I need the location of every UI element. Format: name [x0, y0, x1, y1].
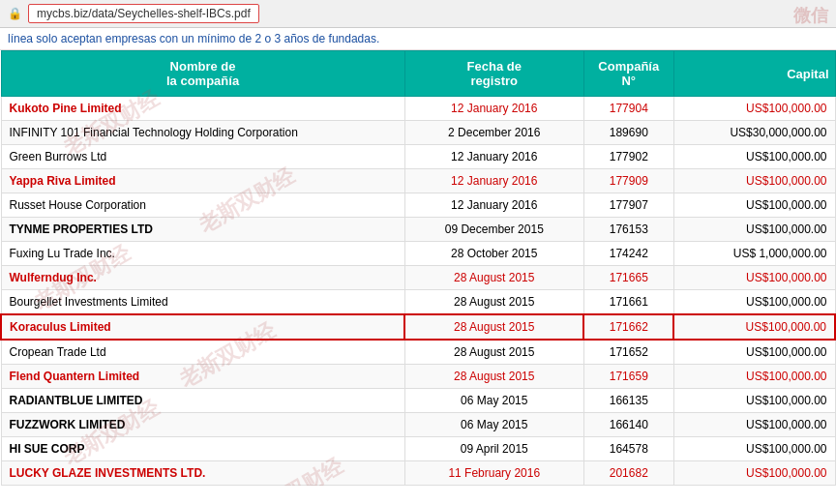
cell-capital: US$100,000.00 — [673, 365, 835, 389]
cell-capital: US$100,000.00 — [673, 266, 835, 290]
table-row: Bourgellet Investments Limited28 August … — [1, 290, 835, 315]
table-row: Koraculus Limited28 August 2015171662US$… — [1, 314, 835, 340]
header-compania: CompañíaN° — [583, 51, 673, 97]
cell-company-name: Wulferndug Inc. — [1, 266, 404, 290]
table-row: RADIANTBLUE LIMITED06 May 2015166135US$1… — [1, 389, 835, 413]
table-row: Green Burrows Ltd12 January 2016177902US… — [1, 145, 835, 169]
cell-capital: US$100,000.00 — [673, 413, 835, 437]
table-row: Yappa Riva Limited12 January 2016177909U… — [1, 169, 835, 193]
cell-fecha: 28 August 2015 — [404, 340, 583, 365]
cell-company-name: Fuxing Lu Trade Inc. — [1, 242, 404, 266]
cell-company-name: Cropean Trade Ltd — [1, 340, 404, 365]
table-row: Russet House Corporation12 January 20161… — [1, 193, 835, 218]
cell-fecha: 2 December 2016 — [404, 121, 583, 145]
header-fecha: Fecha deregistro — [404, 51, 583, 97]
url-bar: mycbs.biz/data/Seychelles-shelf-IBCs.pdf — [28, 4, 259, 23]
cell-compania-num: 166140 — [583, 413, 673, 437]
cell-fecha: 12 January 2016 — [404, 169, 583, 193]
cell-compania-num: 171665 — [583, 266, 673, 290]
cell-fecha: 06 May 2015 — [404, 389, 583, 413]
cell-capital: US$100,000.00 — [673, 290, 835, 315]
cell-capital: US$100,000.00 — [673, 340, 835, 365]
cell-capital: US$100,000.00 — [673, 145, 835, 169]
cell-capital: US$30,000,000.00 — [673, 121, 835, 145]
cell-capital: US$ 1,000,000.00 — [673, 242, 835, 266]
top-bar: 🔒 mycbs.biz/data/Seychelles-shelf-IBCs.p… — [0, 0, 836, 28]
cell-company-name: Koraculus Limited — [1, 314, 404, 340]
main-table-container: 老斯双财经 老斯双财经 老斯双财经 老斯双财经 老斯双财经 老斯双财经 Nomb… — [0, 50, 836, 486]
cell-company-name: Flend Quantern Limited — [1, 365, 404, 389]
cell-company-name: Green Burrows Ltd — [1, 145, 404, 169]
cell-fecha: 28 August 2015 — [404, 266, 583, 290]
header-name: Nombre dela compañía — [1, 51, 404, 97]
cell-company-name: HI SUE CORP — [1, 437, 404, 461]
cell-compania-num: 176153 — [583, 218, 673, 242]
cell-compania-num: 201682 — [583, 461, 673, 486]
cell-fecha: 28 August 2015 — [404, 314, 583, 340]
cell-capital: US$100,000.00 — [673, 193, 835, 218]
notice-bar: línea solo aceptan empresas con un mínim… — [0, 28, 836, 50]
companies-table: Nombre dela compañía Fecha deregistro Co… — [0, 50, 836, 486]
cell-capital: US$100,000.00 — [673, 389, 835, 413]
cell-company-name: FUZZWORK LIMITED — [1, 413, 404, 437]
table-header-row: Nombre dela compañía Fecha deregistro Co… — [1, 51, 835, 97]
cell-compania-num: 171659 — [583, 365, 673, 389]
cell-capital: US$100,000.00 — [673, 314, 835, 340]
cell-fecha: 09 December 2015 — [404, 218, 583, 242]
cell-company-name: RADIANTBLUE LIMITED — [1, 389, 404, 413]
table-row: FUZZWORK LIMITED06 May 2015166140US$100,… — [1, 413, 835, 437]
cell-compania-num: 174242 — [583, 242, 673, 266]
table-row: Fuxing Lu Trade Inc.28 October 201517424… — [1, 242, 835, 266]
cell-fecha: 28 August 2015 — [404, 365, 583, 389]
table-row: Flend Quantern Limited28 August 20151716… — [1, 365, 835, 389]
cell-fecha: 28 August 2015 — [404, 290, 583, 315]
cell-fecha: 12 January 2016 — [404, 145, 583, 169]
cell-compania-num: 164578 — [583, 437, 673, 461]
cell-company-name: TYNME PROPERTIES LTD — [1, 218, 404, 242]
table-row: HI SUE CORP09 April 2015164578US$100,000… — [1, 437, 835, 461]
cell-fecha: 09 April 2015 — [404, 437, 583, 461]
cell-compania-num: 171661 — [583, 290, 673, 315]
cell-capital: US$100,000.00 — [673, 218, 835, 242]
cell-fecha: 06 May 2015 — [404, 413, 583, 437]
table-row: Wulferndug Inc.28 August 2015171665US$10… — [1, 266, 835, 290]
cell-capital: US$100,000.00 — [673, 97, 835, 121]
cell-capital: US$100,000.00 — [673, 437, 835, 461]
header-capital: Capital — [673, 51, 835, 97]
cell-fecha: 28 October 2015 — [404, 242, 583, 266]
cell-capital: US$100,000.00 — [673, 169, 835, 193]
cell-compania-num: 177909 — [583, 169, 673, 193]
cell-company-name: Russet House Corporation — [1, 193, 404, 218]
cell-compania-num: 171662 — [583, 314, 673, 340]
table-row: INFINITY 101 Financial Technology Holdin… — [1, 121, 835, 145]
cell-company-name: LUCKY GLAZE INVESTMENTS LTD. — [1, 461, 404, 486]
cell-fecha: 12 January 2016 — [404, 97, 583, 121]
cell-company-name: Bourgellet Investments Limited — [1, 290, 404, 315]
table-row: LUCKY GLAZE INVESTMENTS LTD.11 February … — [1, 461, 835, 486]
cell-company-name: Yappa Riva Limited — [1, 169, 404, 193]
cell-fecha: 12 January 2016 — [404, 193, 583, 218]
table-row: TYNME PROPERTIES LTD09 December 20151761… — [1, 218, 835, 242]
cell-compania-num: 189690 — [583, 121, 673, 145]
cell-compania-num: 171652 — [583, 340, 673, 365]
lock-icon: 🔒 — [8, 7, 22, 20]
cell-company-name: INFINITY 101 Financial Technology Holdin… — [1, 121, 404, 145]
table-row: Cropean Trade Ltd28 August 2015171652US$… — [1, 340, 835, 365]
cell-fecha: 11 February 2016 — [404, 461, 583, 486]
cell-compania-num: 177902 — [583, 145, 673, 169]
cell-compania-num: 166135 — [583, 389, 673, 413]
cell-compania-num: 177904 — [583, 97, 673, 121]
table-row: Kukoto Pine Limited12 January 2016177904… — [1, 97, 835, 121]
cell-company-name: Kukoto Pine Limited — [1, 97, 404, 121]
cell-compania-num: 177907 — [583, 193, 673, 218]
cell-capital: US$100,000.00 — [673, 461, 835, 486]
